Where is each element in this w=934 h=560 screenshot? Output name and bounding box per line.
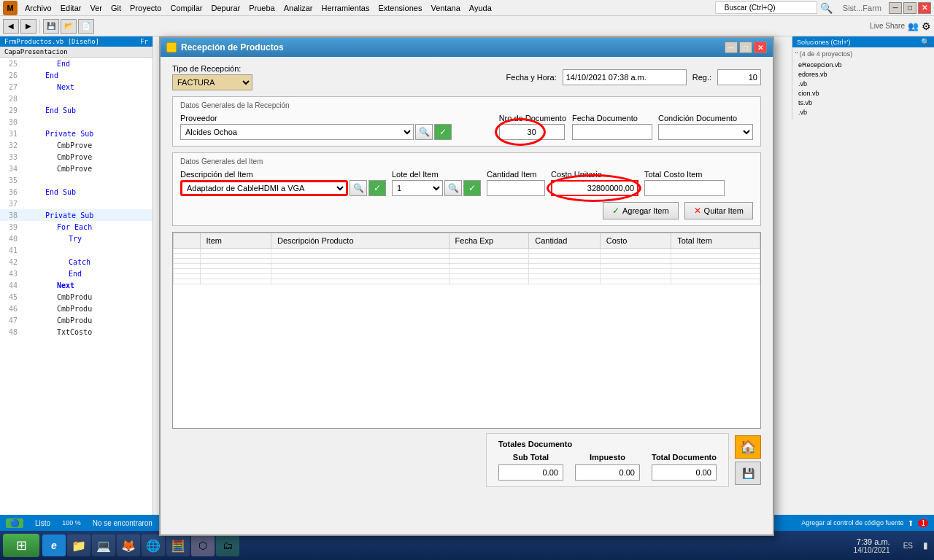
code-line-34: 34CmbProve — [0, 163, 153, 174]
code-tab-label[interactable]: FrmProductos.vb [Diseño] — [4, 38, 99, 45]
code-line-32: 32CmbProve — [0, 139, 153, 151]
status-message: No se encontraron — [93, 519, 153, 527]
status-listo: Listo — [35, 519, 50, 527]
tipo-recepcion-select[interactable]: FACTURA — [172, 74, 252, 90]
dialog-minimize-btn[interactable]: ─ — [725, 42, 738, 53]
status-zoom: 100 % — [62, 519, 81, 526]
reg-input[interactable] — [717, 69, 761, 85]
menu-ventana[interactable]: Ventana — [426, 2, 464, 14]
fecha-documento-input[interactable] — [572, 124, 652, 140]
file-erecepcion[interactable]: eRecepcion.vb — [795, 61, 931, 69]
code-line-40: 40Try — [0, 233, 153, 244]
toolbar-open-btn[interactable]: 📂 — [61, 19, 77, 34]
proveedor-select[interactable]: Alcides Ochoa — [180, 124, 414, 140]
condicion-documento-label: Condición Documento — [658, 114, 753, 122]
menu-analizar[interactable]: Analizar — [279, 2, 317, 14]
menu-archivo[interactable]: Archivo — [20, 2, 56, 14]
tipo-recepcion-label: Tipo de Recepción: — [172, 64, 252, 73]
dialog-maximize-btn[interactable]: □ — [739, 42, 752, 53]
toolbar-save-btn[interactable]: 💾 — [43, 19, 59, 34]
lote-search-btn[interactable]: 🔍 — [444, 180, 462, 196]
live-share-icon[interactable]: 👥 — [908, 21, 919, 31]
taskbar-calc-btn[interactable]: 🧮 — [166, 534, 190, 556]
menu-editar[interactable]: Editar — [56, 2, 86, 14]
table-row — [174, 274, 760, 279]
file-cion[interactable]: cion.vb — [795, 89, 931, 98]
proveedor-label: Proveedor — [180, 114, 493, 122]
menu-proyecto[interactable]: Proyecto — [126, 2, 166, 14]
lote-check-btn[interactable]: ✓ — [463, 180, 481, 196]
taskbar-explorer-btn[interactable]: 📁 — [67, 534, 90, 556]
file-vb2[interactable]: .vb — [795, 108, 931, 117]
fecha-hora-input[interactable] — [563, 69, 687, 85]
taskbar-vs2-btn[interactable]: ⬡ — [191, 534, 215, 556]
menu-herramientas[interactable]: Herramientas — [317, 2, 374, 14]
quitar-item-btn[interactable]: ✕ Quitar Item — [684, 202, 753, 219]
taskbar-firefox-btn[interactable]: 🦊 — [117, 534, 140, 556]
toolbar-forward-btn[interactable]: ▶ — [20, 19, 36, 34]
menu-ayuda[interactable]: Ayuda — [465, 2, 496, 14]
cantidad-item-input[interactable] — [487, 180, 545, 196]
agregar-item-btn[interactable]: ✓ Agregar Item — [603, 202, 679, 219]
proveedor-check-btn[interactable]: ✓ — [434, 124, 452, 140]
col-total-header: Total Item — [671, 233, 760, 249]
code-line-42: 42Catch — [0, 256, 153, 268]
source-control-label[interactable]: Agregar al control de código fuente — [801, 519, 903, 526]
save-orange-btn[interactable]: 🏠 — [735, 435, 761, 459]
code-line-45: 45CmbProdu — [0, 291, 153, 303]
code-line-31: 31Private Sub — [0, 128, 153, 139]
app-icon: 🗂 — [223, 540, 233, 551]
nro-documento-input[interactable] — [499, 124, 565, 140]
ide-close-btn[interactable]: ✕ — [918, 2, 931, 14]
col-costo-header: Costo — [600, 233, 671, 249]
taskbar-chrome-btn[interactable]: 🌐 — [142, 534, 165, 556]
file-edores[interactable]: edores.vb — [795, 70, 931, 79]
menu-ver[interactable]: Ver — [85, 2, 107, 14]
taskbar-show-desktop[interactable]: ▮ — [920, 540, 931, 551]
solution-projects-label: " (4 de 4 proyectos) — [795, 50, 931, 58]
settings-icon[interactable]: ⚙ — [922, 20, 931, 32]
dialog-close-btn[interactable]: ✕ — [754, 42, 767, 53]
costo-unitario-input[interactable] — [551, 180, 638, 196]
taskbar-vs-btn[interactable]: 💻 — [92, 534, 115, 556]
sub-total-value: 0.00 — [498, 464, 563, 481]
datos-generales-label: Datos Generales de la Recepción — [180, 101, 753, 109]
ide-minimize-btn[interactable]: ─ — [889, 2, 902, 14]
descripcion-check-btn[interactable]: ✓ — [368, 180, 386, 196]
taskbar-ie-btn[interactable]: e — [42, 534, 66, 556]
vs-icon: 💻 — [96, 539, 111, 553]
start-button[interactable]: ⊞ — [3, 534, 39, 557]
taskbar-app-btn[interactable]: 🗂 — [216, 534, 239, 556]
toolbar-new-btn[interactable]: 📄 — [78, 19, 94, 34]
code-tab-fr[interactable]: Fr — [140, 38, 148, 45]
descripcion-item-label: Descripción del Item — [180, 170, 386, 179]
fecha-hora-label: Fecha y Hora: — [506, 73, 557, 82]
menu-prueba[interactable]: Prueba — [244, 2, 279, 14]
search-solutions-icon[interactable]: 🔍 — [921, 38, 930, 46]
lote-item-select[interactable]: 1 — [392, 180, 443, 196]
toolbar-back-btn[interactable]: ◀ — [3, 19, 19, 34]
descripcion-item-select[interactable]: Adaptador de CableHDMI a VGA — [180, 180, 348, 196]
col-check-header — [174, 233, 201, 249]
total-costo-input[interactable] — [644, 180, 725, 196]
dialog-title-bar: Recepción de Productos ─ □ ✕ — [161, 38, 773, 57]
condicion-documento-select[interactable] — [658, 124, 753, 140]
menu-compilar[interactable]: Compilar — [166, 2, 207, 14]
taskbar-lang: ES — [898, 542, 919, 550]
proveedor-search-btn[interactable]: 🔍 — [415, 124, 433, 140]
save-gray-btn[interactable]: 💾 — [735, 462, 761, 485]
menu-git[interactable]: Git — [107, 2, 126, 14]
ide-maximize-btn[interactable]: □ — [903, 2, 916, 14]
menu-depurar[interactable]: Depurar — [207, 2, 244, 14]
menu-extensiones[interactable]: Extensiones — [374, 2, 426, 14]
status-ready: 🔵 — [6, 518, 23, 528]
windows-icon: ⊞ — [16, 537, 27, 553]
descripcion-search-btn[interactable]: 🔍 — [350, 180, 367, 196]
file-vb[interactable]: .vb — [795, 79, 931, 88]
source-control-icon: ⬆ — [908, 519, 914, 527]
code-line-29: 29End Sub — [0, 104, 153, 116]
solution-info: " (4 de 4 proyectos) eRecepcion.vb edore… — [792, 47, 934, 120]
file-ts[interactable]: ts.vb — [795, 98, 931, 107]
search-bar[interactable]: Buscar (Ctrl+Q) — [715, 1, 817, 14]
totales-label: Totales Documento — [498, 440, 717, 448]
